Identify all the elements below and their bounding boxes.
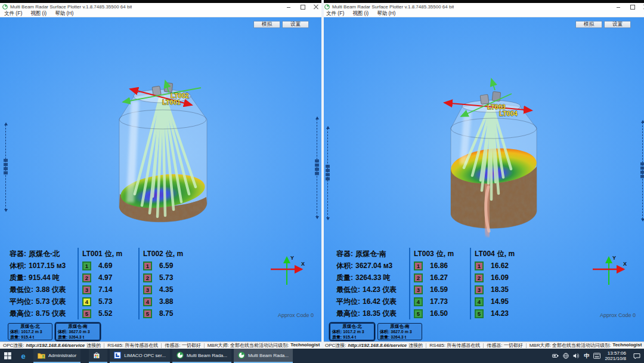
beam-status-badge: 1 <box>82 262 91 270</box>
silo-summary-tabs: 原煤仓-北 体积: 1017.2 m 3 质量: 915.4 t 原煤仓-南 体… <box>330 323 422 340</box>
row-value: 5.73 仪表 <box>36 297 66 307</box>
network-globe-icon[interactable] <box>563 353 569 359</box>
beam-status-badge: 1 <box>414 262 423 270</box>
menu-help[interactable]: 帮助 (H) <box>377 10 395 17</box>
panel-divider <box>78 248 79 319</box>
minimize-icon[interactable] <box>615 4 621 10</box>
sensor-column-lt002: LT002位, m 16.59 25.73 34.35 43.88 58.75 <box>143 248 196 319</box>
taskbar-app-store[interactable] <box>89 349 107 363</box>
container-info: 容器:原煤仓-南 体积:3627.04 м3 质量:3264.33 吨 最低位:… <box>336 248 405 319</box>
sensor-label: LT004 <box>499 110 518 117</box>
opc-url: http://192.168.8.66/service <box>348 343 407 348</box>
row-label: 平均位: <box>10 297 33 307</box>
row-value: 915.44 吨 <box>29 273 60 283</box>
tab-mass: 质量: 3264.3 t <box>58 334 98 340</box>
sensors-status: 传感器: 一切都好 <box>165 342 200 349</box>
title-bar[interactable]: Multi Beam Radar Surface Plotter v.1.8.7… <box>322 3 644 10</box>
menu-help[interactable]: 帮助 (H) <box>55 10 73 17</box>
silo-tab-south[interactable]: 原煤仓-南 体积: 3627.0 m 3 质量: 3264.3 t <box>55 323 100 340</box>
taskbar-app-multibeam-1[interactable]: Multi Beam Rada... <box>172 349 231 363</box>
minimize-icon[interactable] <box>286 4 292 10</box>
silo-summary-tabs: 原煤仓-北 体积: 1017.2 m 3 质量: 915.4 t 原煤仓-南 体… <box>8 323 100 340</box>
power-plug-icon[interactable] <box>552 353 559 359</box>
maximize-icon[interactable] <box>629 4 635 10</box>
access-level-value: Technologist <box>290 342 320 349</box>
beam-level: 8.75 <box>159 309 173 318</box>
settings-button[interactable]: 设置 <box>282 21 309 28</box>
taskbar-clock[interactable]: 13:57:06 2021/10/8 <box>605 350 626 361</box>
viewport-3d[interactable]: 模拟 设置 <box>0 17 322 342</box>
beam-status-badge: 5 <box>475 309 484 318</box>
access-level-label: 当前活动访问级别: <box>249 342 289 349</box>
y-axis-label: Y <box>612 255 616 261</box>
volume-icon[interactable] <box>573 353 580 359</box>
status-bar: OPC连接: http://192.168.8.66/service 连接的 R… <box>0 342 322 349</box>
measurement-panel: 容器:原煤仓-北 体积:1017.15 м3 质量:915.44 吨 最低位:3… <box>10 248 196 319</box>
beam-level: 4.97 <box>98 273 112 282</box>
edge-button[interactable]: e <box>16 349 31 363</box>
rs485-status: RS485: 所有传感器在线 <box>107 342 158 349</box>
row-label: 最低位: <box>10 285 33 295</box>
sensor-name: LT002 <box>143 250 163 258</box>
beam-status-badge: 2 <box>82 273 91 282</box>
viewport-3d[interactable]: 模拟 设置 <box>322 17 644 342</box>
access-level-label: 当前活动访问级别: <box>571 342 611 349</box>
panel-divider <box>138 248 140 319</box>
beam-level: 7.14 <box>98 285 112 294</box>
row-value: 16.42 仪表 <box>363 297 397 307</box>
menu-file[interactable]: 文件 (F) <box>326 10 344 17</box>
beam-level: 16.27 <box>430 273 448 282</box>
beam-level: 17.73 <box>430 297 448 306</box>
simulate-button[interactable]: 模拟 <box>575 21 602 28</box>
status-bar: OPC连接: http://192.168.8.66/service 连接的 R… <box>322 342 644 349</box>
maximize-icon[interactable] <box>299 4 305 10</box>
menu-view[interactable]: 视图 (i) <box>30 10 47 17</box>
menu-view[interactable]: 视图 (i) <box>352 10 369 17</box>
beam-level: 5.52 <box>98 309 112 318</box>
silo-tab-north[interactable]: 原煤仓-北 体积: 1017.2 m 3 质量: 915.4 t <box>8 323 52 340</box>
row-label: 体积: <box>336 261 353 271</box>
row-label: 体积: <box>10 261 26 271</box>
silo-tab-north[interactable]: 原煤仓-北 体积: 1017.2 m 3 质量: 915.4 t <box>330 323 374 340</box>
taskbar-app-label: Multi Beam Rada... <box>187 353 227 358</box>
title-bar[interactable]: Multi Beam Radar Surface Plotter v.1.8.7… <box>0 3 322 10</box>
beam-status-badge: 2 <box>414 273 423 282</box>
limaco-opc-icon <box>114 352 121 359</box>
beam-level: 6.59 <box>159 262 173 270</box>
simulate-button[interactable]: 模拟 <box>253 21 280 28</box>
system-tray: 中 13:57:06 2021/10/8 <box>552 349 644 363</box>
settings-button[interactable]: 设置 <box>604 21 631 28</box>
taskbar-app-label: Administrator <box>48 353 76 358</box>
sensor-unit: 位, m <box>166 249 183 259</box>
touch-keyboard-icon[interactable] <box>593 353 600 359</box>
sensor-name: LT004 <box>475 250 495 258</box>
close-icon[interactable] <box>313 4 319 10</box>
row-value: 原煤仓-南 <box>355 249 386 259</box>
access-level-value: Technologist <box>612 342 642 349</box>
taskbar-app-limaco-opc[interactable]: LIMACO OPC ser... <box>110 349 170 363</box>
tab-volume: 体积: 3627.0 m 3 <box>58 329 98 334</box>
ime-language-indicator[interactable]: 中 <box>584 352 589 360</box>
window-title: Multi Beam Radar Surface Plotter v.1.8.7… <box>332 4 454 10</box>
start-button[interactable] <box>0 349 16 363</box>
taskbar-app-administrator[interactable]: Administrator <box>33 349 80 363</box>
silo-tab-south[interactable]: 原煤仓-南 体积: 3627.0 m 3 质量: 3264.3 t <box>377 323 422 340</box>
tab-title: 原煤仓-北 <box>332 324 372 329</box>
taskbar-app-multibeam-2[interactable]: Multi Beam Rada... <box>234 349 293 363</box>
beam-status-badge: 2 <box>143 273 152 282</box>
menu-file[interactable]: 文件 (F) <box>4 10 22 17</box>
row-label: 容器: <box>10 249 26 259</box>
edge-icon: e <box>21 352 25 361</box>
approx-code-label: Approx Code 0 <box>600 312 636 318</box>
row-label: 平均位: <box>336 297 360 307</box>
height-ruler-left <box>325 126 330 220</box>
panel-divider <box>409 248 410 319</box>
opc-url: http://192.168.8.66/service <box>26 343 85 348</box>
row-value: 14.23 仪表 <box>363 285 397 295</box>
beam-status-badge: 5 <box>414 309 423 318</box>
notification-center-icon[interactable] <box>633 353 640 359</box>
tab-volume: 体积: 1017.2 m 3 <box>10 329 50 334</box>
container-info: 容器:原煤仓-北 体积:1017.15 м3 质量:915.44 吨 最低位:3… <box>10 248 74 319</box>
opc-state: 连接的 <box>86 342 101 349</box>
height-ruler-right <box>314 116 320 219</box>
